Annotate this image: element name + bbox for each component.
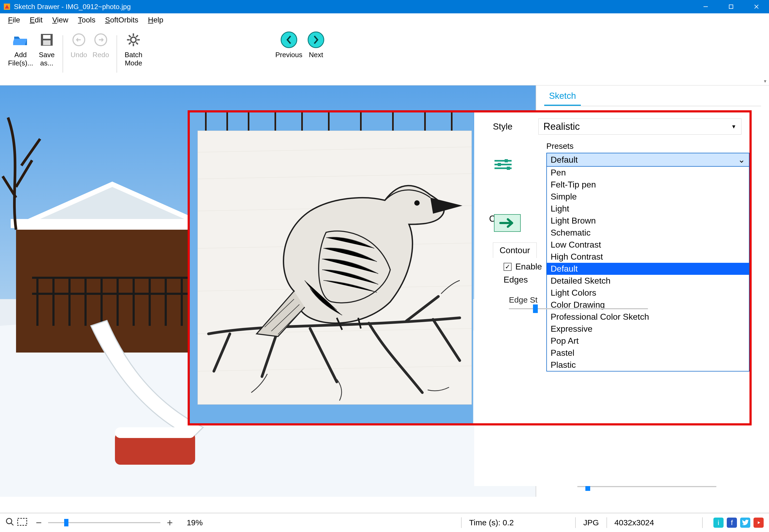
arrow-right-icon [494, 214, 521, 232]
chevron-down-icon: ▼ [731, 124, 736, 130]
main-area: Sketch [0, 85, 769, 497]
svg-rect-6 [43, 35, 50, 39]
svg-rect-66 [505, 159, 508, 162]
toolbar-overflow-icon[interactable]: ▾ [764, 78, 766, 84]
svg-line-70 [11, 523, 13, 525]
batch-mode-label: Batch Mode [124, 51, 142, 67]
app-icon [3, 3, 11, 10]
svg-rect-2 [729, 5, 733, 9]
toolbar-separator [116, 35, 117, 73]
preset-option[interactable]: Felt-Tip pen [547, 179, 749, 191]
sketch-options-panel: Style Realistic ▼ Presets Default ⌄ PenF… [474, 112, 750, 486]
zoom-percent: 19% [186, 518, 203, 527]
chevron-down-icon: ⌄ [738, 155, 745, 165]
preset-option[interactable]: Low Contrast [547, 239, 749, 251]
preset-selected-value: Default [550, 155, 578, 165]
edge-strength-slider[interactable] [509, 308, 648, 309]
toolbar-separator [62, 35, 63, 73]
zoom-slider[interactable] [48, 522, 160, 523]
svg-line-16 [136, 42, 138, 44]
time-label: Time (s): 0.2 [469, 518, 514, 527]
menu-file[interactable]: File [8, 16, 20, 24]
close-button[interactable] [744, 0, 769, 13]
run-button[interactable] [494, 214, 521, 232]
style-dropdown[interactable]: Realistic ▼ [538, 119, 741, 135]
chevron-right-icon [308, 32, 324, 48]
presets-label: Presets [546, 142, 741, 151]
preset-option[interactable]: Light [547, 203, 749, 215]
preset-option[interactable]: Pen [547, 167, 749, 179]
svg-line-15 [129, 35, 131, 37]
facebook-icon[interactable]: f [727, 518, 737, 528]
svg-rect-25 [11, 219, 214, 228]
zoom-out-button[interactable]: − [33, 517, 45, 529]
chevron-left-icon [281, 32, 297, 48]
undo-icon [71, 32, 87, 48]
svg-rect-39 [115, 427, 195, 438]
preset-dropdown[interactable]: Default ⌄ [546, 153, 750, 167]
next-button[interactable]: Next [305, 30, 327, 61]
zoom-in-button[interactable]: + [163, 517, 176, 529]
zoom-fit-icon[interactable] [17, 518, 27, 528]
zoom-actual-icon[interactable] [5, 517, 14, 528]
menu-help[interactable]: Help [148, 16, 163, 24]
gear-icon [125, 32, 142, 48]
tab-contour[interactable]: Contour [493, 242, 537, 258]
format-label: JPG [583, 518, 599, 527]
style-value: Realistic [543, 121, 580, 132]
menu-softorbits[interactable]: SoftOrbits [105, 16, 138, 24]
add-files-button[interactable]: Add File(s)... [5, 30, 36, 69]
maximize-button[interactable] [718, 0, 744, 13]
previous-button[interactable]: Previous [273, 30, 305, 61]
style-label: Style [493, 122, 538, 132]
svg-rect-68 [507, 167, 510, 170]
save-as-label: Save as... [39, 51, 54, 67]
bird-sketch-image [198, 131, 471, 404]
undo-button[interactable]: Undo [68, 30, 90, 61]
folder-open-icon [12, 32, 29, 48]
save-as-button[interactable]: Save as... [36, 30, 58, 69]
tab-sketch[interactable]: Sketch [544, 88, 581, 106]
redo-button[interactable]: Redo [90, 30, 112, 61]
preset-option[interactable]: Simple [547, 191, 749, 203]
svg-rect-71 [18, 518, 27, 525]
window-title: Sketch Drawer - IMG_0912~photo.jpg [14, 3, 131, 11]
preset-option[interactable]: Pastel [547, 347, 749, 359]
svg-line-18 [129, 42, 131, 44]
undo-label: Undo [71, 51, 87, 59]
info-icon[interactable]: i [713, 518, 724, 528]
preset-option[interactable]: Plastic [547, 359, 749, 371]
status-bar: − + 19% Time (s): 0.2 JPG 4032x3024 i f [0, 513, 769, 532]
minimize-button[interactable] [693, 0, 718, 13]
edges-label: Edges [503, 275, 648, 285]
svg-rect-7 [43, 40, 50, 45]
sliders-icon[interactable] [493, 158, 513, 173]
svg-rect-67 [498, 163, 501, 166]
enable-checkbox-row[interactable]: ✓ Enable [503, 262, 648, 272]
menu-view[interactable]: View [52, 16, 68, 24]
twitter-icon[interactable] [740, 518, 750, 528]
menu-edit[interactable]: Edit [30, 16, 42, 24]
add-files-label: Add File(s)... [8, 51, 33, 67]
svg-point-59 [414, 200, 420, 206]
preset-option[interactable]: Light Brown [547, 215, 749, 227]
next-label: Next [309, 51, 323, 59]
redo-label: Redo [92, 51, 109, 59]
youtube-icon[interactable] [754, 518, 764, 528]
dimensions-label: 4032x3024 [615, 518, 654, 527]
checkbox-checked-icon: ✓ [503, 263, 511, 271]
floppy-icon [38, 32, 55, 48]
preset-option[interactable]: Schematic [547, 227, 749, 239]
menu-tools[interactable]: Tools [78, 16, 95, 24]
svg-line-17 [136, 35, 138, 37]
redo-icon [92, 32, 109, 48]
stroke-thickness-slider[interactable] [578, 486, 716, 487]
previous-label: Previous [275, 51, 302, 59]
svg-point-10 [131, 37, 136, 42]
batch-mode-button[interactable]: Batch Mode [122, 30, 145, 69]
enable-label: Enable [515, 262, 542, 272]
sketch-preview [198, 131, 471, 404]
preset-option[interactable]: Pop Art [547, 335, 749, 347]
preset-option[interactable]: Expressive [547, 323, 749, 335]
title-bar: Sketch Drawer - IMG_0912~photo.jpg [0, 0, 769, 13]
